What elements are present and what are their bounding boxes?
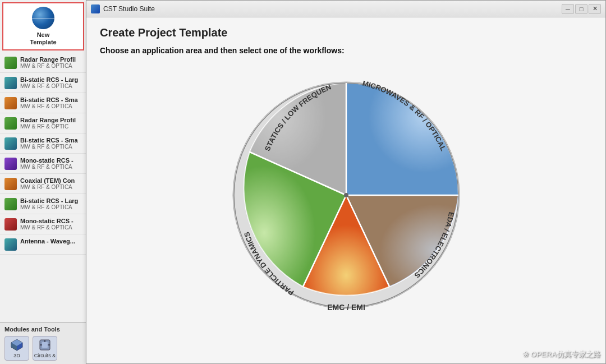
list-item[interactable]: Bi-static RCS - Larg MW & RF & OPTICA <box>0 73 86 93</box>
item-icon <box>4 117 17 130</box>
create-project-dialog: CST Studio Suite ─ □ ✕ Create Project Te… <box>86 0 606 364</box>
list-item[interactable]: Antenna - Waveg... <box>0 234 86 255</box>
item-subtitle: MW & RF & OPTICA <box>20 144 82 150</box>
item-icon <box>4 238 17 251</box>
new-template-button[interactable]: NewTemplate <box>2 2 84 50</box>
module-circuits[interactable]: Circuits & <box>33 336 57 361</box>
list-item[interactable]: Coaxial (TEM) Con MW & RF & OPTICA <box>0 174 86 194</box>
item-title: Bi-static RCS - Sma <box>20 137 82 144</box>
item-icon <box>4 97 17 109</box>
new-template-label: NewTemplate <box>30 31 56 46</box>
svg-text:EMC / EMI: EMC / EMI <box>327 303 365 312</box>
item-icon <box>4 137 17 150</box>
item-icon <box>4 198 17 210</box>
item-title: Coaxial (TEM) Con <box>20 177 82 184</box>
item-icon <box>4 218 17 231</box>
dialog-instruction: Choose an application area and then sele… <box>100 46 592 55</box>
module-3d-label: 3D <box>13 353 20 358</box>
dialog-title-left: CST Studio Suite <box>91 4 155 13</box>
dialog-titlebar: CST Studio Suite ─ □ ✕ <box>86 1 605 17</box>
svg-point-22 <box>344 193 348 197</box>
app-icon <box>91 4 100 13</box>
item-title: Mono-static RCS - <box>20 157 82 164</box>
sidebar: NewTemplate Radar Range Profil MW & RF &… <box>0 0 87 364</box>
item-subtitle: MW & RF & OPTICA <box>20 83 82 89</box>
item-subtitle: MW & RF & OPTICA <box>20 204 82 210</box>
item-subtitle: MW & RF & OPTICA <box>20 164 82 170</box>
dialog-main-title: Create Project Template <box>100 26 592 39</box>
template-list: Radar Range Profil MW & RF & OPTICA Bi-s… <box>0 53 86 322</box>
list-item[interactable]: Mono-static RCS - MW & RF & OPTICA <box>0 154 86 174</box>
item-title: Radar Range Profil <box>20 117 82 123</box>
item-title: Mono-static RCS - <box>20 218 82 224</box>
pie-chart-container: STATICS / LOW FREQUENCY MICROWAVES & RF … <box>100 66 592 324</box>
dialog-controls: ─ □ ✕ <box>562 4 601 14</box>
pie-chart: STATICS / LOW FREQUENCY MICROWAVES & RF … <box>217 66 475 324</box>
item-icon <box>4 158 17 170</box>
dialog-content: Create Project Template Choose an applic… <box>86 17 605 333</box>
item-subtitle: MW & RF & OPTICA <box>20 63 82 69</box>
modules-tools-section: Modules and Tools 3D Ci <box>0 322 86 364</box>
module-circuits-label: Circuits & <box>34 353 56 358</box>
list-item[interactable]: Mono-static RCS - MW & RF & OPTICA <box>0 214 86 234</box>
new-template-icon <box>32 7 54 29</box>
item-icon <box>4 77 17 89</box>
item-icon <box>4 57 17 69</box>
maximize-button[interactable]: □ <box>575 4 587 14</box>
svg-rect-5 <box>42 342 48 348</box>
item-title: Bi-static RCS - Larg <box>20 197 82 204</box>
item-subtitle: MW & RF & OPTICA <box>20 184 82 190</box>
item-subtitle: MW & RF & OPTICA <box>20 103 82 109</box>
modules-tools-title: Modules and Tools <box>4 326 82 333</box>
list-item[interactable]: Bi-static RCS - Sma MW & RF & OPTICA <box>0 133 86 154</box>
dialog-title-text: CST Studio Suite <box>103 5 155 13</box>
item-title: Antenna - Waveg... <box>20 238 82 245</box>
close-button[interactable]: ✕ <box>589 4 601 14</box>
minimize-button[interactable]: ─ <box>562 4 574 14</box>
module-3d[interactable]: 3D <box>4 336 29 361</box>
item-title: Radar Range Profil <box>20 56 82 63</box>
item-icon <box>4 178 17 190</box>
list-item[interactable]: Bi-static RCS - Sma MW & RF & OPTICA <box>0 93 86 113</box>
list-item[interactable]: Radar Range Profil MW & RF & OPTIC <box>0 113 86 133</box>
modules-icons-row: 3D Circuits & <box>4 336 82 361</box>
list-item[interactable]: Bi-static RCS - Larg MW & RF & OPTICA <box>0 194 86 214</box>
item-title: Bi-static RCS - Sma <box>20 96 82 103</box>
list-item[interactable]: Radar Range Profil MW & RF & OPTICA <box>0 53 86 73</box>
item-subtitle: MW & RF & OPTIC <box>20 123 82 130</box>
item-title: Bi-static RCS - Larg <box>20 76 82 83</box>
item-subtitle: MW & RF & OPTICA <box>20 224 82 231</box>
